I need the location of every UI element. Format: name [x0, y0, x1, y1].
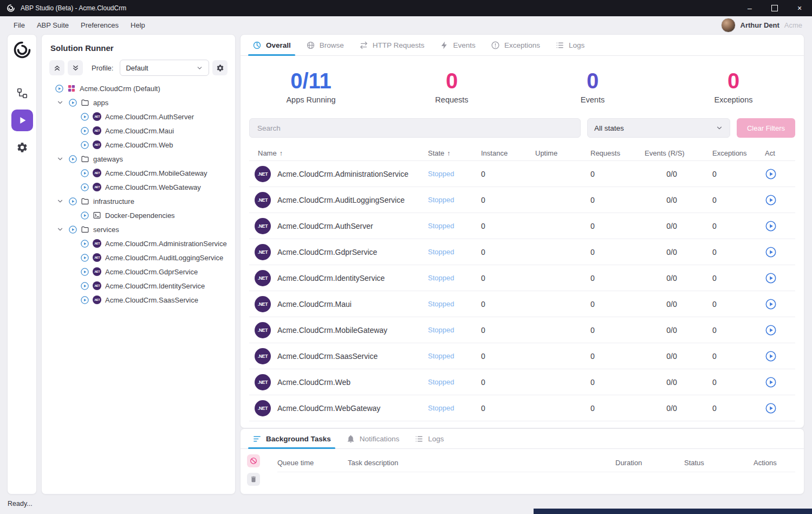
state-filter-select[interactable]: All states — [587, 118, 730, 138]
tab-http-requests[interactable]: HTTP Requests — [352, 35, 432, 55]
tree-item[interactable]: infrastructure — [42, 194, 235, 208]
play-circle-icon[interactable] — [80, 253, 89, 262]
column-events[interactable]: Events (R/S) — [645, 149, 712, 157]
expand-all-button[interactable] — [68, 60, 83, 75]
table-row[interactable]: .NET Acme.CloudCrm.Maui Stopped 0 0 0/0 … — [249, 291, 795, 317]
table-row[interactable]: .NET Acme.CloudCrm.AdministrationService… — [249, 161, 795, 187]
play-circle-icon[interactable] — [80, 211, 89, 220]
chevron-down-icon[interactable] — [56, 99, 64, 106]
column-duration[interactable]: Duration — [615, 459, 684, 467]
column-actions[interactable]: Act — [765, 149, 795, 157]
tab-notifications[interactable]: Notifications — [339, 429, 407, 448]
search-input[interactable] — [256, 124, 574, 133]
play-circle-icon[interactable] — [68, 197, 77, 206]
play-circle-icon[interactable] — [80, 183, 89, 192]
table-row[interactable]: .NET Acme.CloudCrm.GdprService Stopped 0… — [249, 239, 795, 265]
column-task-description[interactable]: Task description — [348, 459, 615, 467]
tree-item[interactable]: .NET Acme.CloudCrm.MobileGateway — [42, 166, 235, 180]
tree-item[interactable]: gateways — [42, 152, 235, 166]
cancel-task-button[interactable] — [247, 454, 260, 467]
tree-item[interactable]: .NET Acme.CloudCrm.AuthServer — [42, 110, 235, 124]
user-area[interactable]: Arthur Dent Acme — [721, 18, 802, 33]
column-state[interactable]: State — [428, 149, 444, 157]
menu-abp-suite[interactable]: ABP Suite — [31, 21, 75, 29]
avatar[interactable] — [721, 18, 736, 33]
chevron-down-icon[interactable] — [56, 197, 64, 205]
tab-bottom-logs[interactable]: Logs — [407, 429, 451, 448]
column-uptime[interactable]: Uptime — [535, 149, 590, 157]
tab-events[interactable]: Events — [432, 35, 483, 55]
chevron-down-icon[interactable] — [56, 226, 64, 233]
tree-item[interactable]: .NET Acme.CloudCrm.GdprService — [42, 265, 235, 279]
tree-item[interactable]: .NET Acme.CloudCrm.SaasService — [42, 293, 235, 307]
play-circle-icon[interactable] — [55, 84, 64, 93]
start-app-button[interactable] — [765, 220, 777, 232]
start-app-button[interactable] — [765, 324, 777, 336]
tree-item[interactable]: .NET Acme.CloudCrm.AdministrationService — [42, 236, 235, 250]
start-app-button[interactable] — [765, 376, 777, 388]
clear-filters-button[interactable]: Clear Filters — [737, 118, 795, 138]
minimize-button[interactable]: – — [737, 0, 762, 16]
start-app-button[interactable] — [765, 246, 777, 258]
tab-overall[interactable]: Overall — [245, 35, 298, 55]
menu-help[interactable]: Help — [125, 21, 151, 29]
column-exceptions[interactable]: Exceptions — [712, 149, 765, 157]
play-circle-icon[interactable] — [80, 295, 89, 305]
tree-item[interactable]: .NET Acme.CloudCrm.Web — [42, 138, 235, 152]
solution-runner-button[interactable] — [11, 110, 33, 131]
tab-browse[interactable]: Browse — [298, 35, 352, 55]
play-circle-icon[interactable] — [80, 281, 89, 291]
play-circle-icon[interactable] — [68, 155, 77, 164]
profile-select[interactable]: Default — [120, 60, 209, 76]
app-requests: 0 — [590, 196, 645, 204]
tab-exceptions[interactable]: Exceptions — [483, 35, 548, 55]
play-circle-icon[interactable] — [80, 140, 89, 150]
start-app-button[interactable] — [765, 272, 777, 284]
table-row[interactable]: .NET Acme.CloudCrm.AuditLoggingService S… — [249, 187, 795, 213]
menu-file[interactable]: File — [8, 21, 31, 29]
play-circle-icon[interactable] — [80, 112, 89, 121]
menu-preferences[interactable]: Preferences — [75, 21, 125, 29]
column-name[interactable]: Name — [258, 149, 277, 157]
play-circle-icon[interactable] — [80, 126, 89, 136]
start-app-button[interactable] — [765, 168, 777, 180]
delete-tasks-button[interactable] — [247, 473, 260, 486]
start-app-button[interactable] — [765, 402, 777, 414]
start-app-button[interactable] — [765, 350, 777, 362]
tree-item[interactable]: Acme.CloudCrm (Default) — [42, 81, 235, 95]
tree-item[interactable]: Docker-Dependencies — [42, 208, 235, 222]
tree-item[interactable]: services — [42, 222, 235, 236]
column-actions[interactable]: Actions — [753, 459, 795, 467]
tree-item[interactable]: apps — [42, 95, 235, 110]
play-circle-icon[interactable] — [68, 98, 77, 107]
play-circle-icon[interactable] — [68, 225, 77, 234]
start-app-button[interactable] — [765, 194, 777, 206]
tree-item[interactable]: .NET Acme.CloudCrm.IdentityService — [42, 279, 235, 293]
table-row[interactable]: .NET Acme.CloudCrm.WebGateway Stopped 0 … — [249, 395, 795, 421]
column-instance[interactable]: Instance — [481, 149, 535, 157]
column-queue-time[interactable]: Queue time — [277, 459, 348, 467]
table-row[interactable]: .NET Acme.CloudCrm.SaasService Stopped 0… — [249, 343, 795, 369]
tab-background-tasks[interactable]: Background Tasks — [245, 429, 339, 448]
collapse-all-button[interactable] — [49, 60, 64, 75]
table-row[interactable]: .NET Acme.CloudCrm.MobileGateway Stopped… — [249, 317, 795, 343]
start-app-button[interactable] — [765, 298, 777, 310]
play-circle-icon[interactable] — [80, 169, 89, 178]
table-row[interactable]: .NET Acme.CloudCrm.Web Stopped 0 0 0/0 0 — [249, 369, 795, 395]
tree-item[interactable]: .NET Acme.CloudCrm.WebGateway — [42, 180, 235, 194]
table-row[interactable]: .NET Acme.CloudCrm.IdentityService Stopp… — [249, 265, 795, 291]
tab-logs[interactable]: Logs — [548, 35, 592, 55]
play-circle-icon[interactable] — [80, 267, 89, 277]
maximize-button[interactable] — [762, 0, 787, 16]
tree-item[interactable]: .NET Acme.CloudCrm.Maui — [42, 124, 235, 138]
play-circle-icon[interactable] — [80, 239, 89, 248]
chevron-down-icon[interactable] — [56, 155, 64, 163]
solution-explorer-button[interactable] — [11, 82, 33, 104]
table-row[interactable]: .NET Acme.CloudCrm.AuthServer Stopped 0 … — [249, 213, 795, 239]
column-requests[interactable]: Requests — [590, 149, 645, 157]
close-button[interactable]: × — [787, 0, 812, 16]
tree-item[interactable]: .NET Acme.CloudCrm.AuditLoggingService — [42, 250, 235, 265]
profile-settings-button[interactable] — [212, 60, 228, 75]
column-status[interactable]: Status — [684, 459, 753, 467]
settings-button[interactable] — [11, 137, 33, 158]
